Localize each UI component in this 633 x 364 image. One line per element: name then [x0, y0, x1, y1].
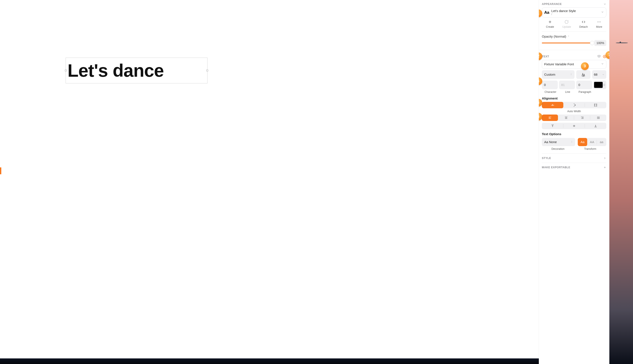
transform-lower-label: aa — [600, 140, 603, 144]
font-weight-value: Custom — [544, 73, 555, 76]
stepper-icon — [570, 74, 572, 76]
transform-lower[interactable]: aa — [597, 138, 606, 146]
update-label: Update — [562, 25, 571, 28]
appearance-section-header[interactable]: APPEARANCE — [542, 0, 606, 7]
canvas-left-indicator — [0, 168, 1, 174]
decoration-value: Aa None — [544, 140, 557, 144]
align-justify[interactable] — [590, 114, 606, 121]
transform-none[interactable]: Aa — [578, 138, 587, 146]
desktop-wallpaper — [609, 0, 633, 364]
wallpaper-boat — [616, 42, 628, 43]
align-right-icon — [580, 116, 584, 120]
style-actions: Create Update Detach More — [542, 18, 606, 32]
inspector-panel: APPEARANCE Aa Let's dance Style / Create — [539, 0, 609, 364]
alignment-header: Alignment — [542, 96, 606, 100]
transform-none-label: Aa — [580, 140, 584, 144]
chevron-down-icon — [601, 10, 604, 14]
text-transform-segment: Aa AA aa — [578, 138, 606, 146]
font-family-value: Fixture Variable Font — [544, 62, 574, 66]
align-center[interactable] — [558, 114, 574, 121]
create-label: Create — [546, 25, 554, 28]
text-section-title: TEXT — [542, 55, 549, 58]
style-section-title: STYLE — [542, 157, 551, 160]
valign-bottom[interactable] — [585, 123, 606, 129]
create-style-button[interactable]: Create — [546, 20, 554, 28]
text-section-header: TEXT — [542, 52, 606, 60]
text-sizing-segment — [542, 102, 606, 108]
resize-handle-right[interactable] — [206, 70, 208, 71]
valign-middle[interactable] — [563, 123, 585, 129]
paragraph-spacing-input[interactable]: 0 — [576, 80, 592, 89]
font-size-select[interactable]: 68 — [592, 70, 606, 79]
update-style-button[interactable]: Update — [562, 20, 571, 28]
svg-marker-5 — [597, 55, 600, 56]
resize-handle-left[interactable] — [65, 70, 67, 71]
align-right[interactable] — [574, 114, 590, 121]
svg-point-6 — [604, 56, 605, 57]
svg-rect-10 — [604, 84, 605, 86]
detach-style-button[interactable]: Detach — [579, 20, 588, 28]
appearance-section-title: APPEARANCE — [542, 2, 562, 6]
paragraph-label: Paragraph — [576, 90, 593, 94]
align-center-icon — [564, 116, 568, 120]
decoration-label: Decoration — [542, 148, 574, 150]
fixed-size-icon — [594, 103, 597, 107]
layers-icon[interactable] — [597, 55, 601, 58]
svg-point-7 — [583, 76, 584, 76]
svg-rect-13 — [594, 104, 597, 106]
annotation-badge-3: 3 — [581, 62, 589, 70]
text-style-selector[interactable]: Aa Let's dance Style / — [542, 7, 606, 18]
auto-height-icon — [572, 103, 576, 107]
text-style-name: Let's dance Style — [551, 9, 576, 13]
more-label: More — [596, 25, 602, 28]
color-swatch — [594, 82, 603, 88]
align-left-icon — [548, 116, 552, 120]
sizing-fixed[interactable] — [585, 102, 606, 108]
align-left[interactable] — [542, 114, 558, 121]
sizing-auto-height[interactable] — [563, 102, 585, 108]
variable-font-axes-button[interactable] — [576, 70, 590, 79]
plus-icon — [548, 20, 552, 24]
text-decoration-select[interactable]: Aa None — [542, 138, 575, 146]
text-options-header: Text Options — [542, 132, 606, 136]
auto-width-icon — [551, 103, 554, 107]
text-color-swatch[interactable] — [593, 80, 606, 89]
stepper-icon — [567, 35, 569, 38]
transform-label: Transform — [574, 148, 606, 150]
vertical-align-segment — [542, 123, 606, 129]
chevron-down-icon — [603, 2, 606, 6]
svg-point-2 — [597, 22, 598, 22]
valign-bottom-icon — [594, 124, 597, 128]
style-section-header[interactable]: STYLE — [542, 154, 606, 163]
selected-text-layer[interactable]: Let's dance — [66, 58, 208, 83]
line-spacing-input[interactable]: 81 — [559, 80, 575, 89]
font-weight-select[interactable]: Custom — [542, 70, 574, 79]
valign-top-icon — [551, 124, 554, 128]
more-style-button[interactable]: More — [596, 20, 602, 28]
opacity-value-input[interactable]: 100% — [594, 40, 606, 46]
valign-top[interactable] — [542, 123, 563, 129]
opacity-slider-thumb[interactable] — [590, 41, 594, 45]
align-justify-icon — [596, 116, 600, 120]
sizing-auto-width[interactable] — [542, 102, 563, 108]
font-family-select[interactable]: Fixture Variable Font — [542, 60, 606, 68]
canvas[interactable]: Let's dance — [0, 0, 539, 364]
variable-axes-icon — [581, 72, 586, 77]
chevron-right-icon — [603, 157, 606, 160]
text-layer-content[interactable]: Let's dance — [68, 60, 164, 81]
refresh-icon — [564, 20, 569, 24]
sizing-mode-label: Auto Width — [542, 110, 606, 113]
more-icon — [597, 20, 601, 24]
opacity-label: Opacity (Normal) — [542, 34, 566, 38]
opacity-slider[interactable] — [542, 42, 592, 44]
horizontal-align-segment — [542, 114, 606, 121]
unlink-icon — [581, 20, 586, 24]
export-section-header[interactable]: MAKE EXPORTABLE — [542, 163, 606, 172]
transform-upper[interactable]: AA — [587, 138, 597, 146]
line-spacing-value: 81 — [561, 83, 565, 86]
transform-upper-label: AA — [590, 140, 594, 144]
character-spacing-input[interactable]: 0 — [542, 80, 558, 89]
color-options-icon — [603, 83, 605, 87]
opacity-blend-selector[interactable]: Opacity (Normal) — [542, 34, 606, 38]
svg-point-3 — [599, 22, 599, 22]
